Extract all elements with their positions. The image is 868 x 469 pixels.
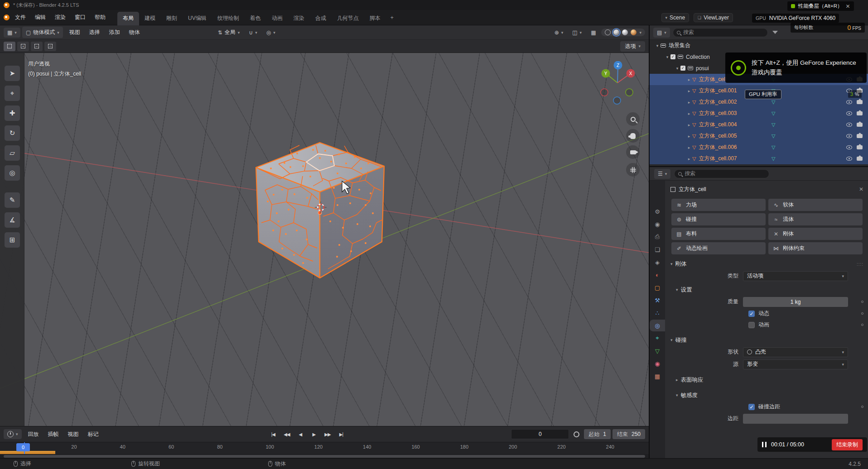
collision-source-dropdown[interactable]: 形变▾ <box>743 359 848 369</box>
rigid-type-dropdown[interactable]: 活动项▾ <box>743 271 848 281</box>
animate-dot[interactable] <box>861 406 863 408</box>
expand-icon[interactable]: ▸ <box>686 134 692 139</box>
hide-viewport-eye-icon[interactable] <box>846 157 852 161</box>
workspace-tab[interactable]: 脚本 <box>364 12 386 25</box>
mode-dropdown[interactable]: ▢ 物体模式▾ <box>22 27 63 38</box>
outliner-editor-type-button[interactable]: ▤▾ <box>653 28 670 38</box>
timeline-menu-item[interactable]: 标记 <box>83 429 103 440</box>
gizmo-neg-y-axis[interactable] <box>626 89 633 96</box>
playback-button[interactable]: ▶| <box>335 429 347 439</box>
workspace-tab[interactable]: 着色 <box>245 12 266 25</box>
tool-button[interactable]: ➤ <box>5 66 20 81</box>
animate-dot[interactable] <box>861 301 863 303</box>
disable-render-camera-icon[interactable] <box>857 123 863 127</box>
properties-tab-object-data-icon[interactable]: ▽ <box>650 345 665 357</box>
surface-response-header[interactable]: ▸表面响应 <box>670 374 863 386</box>
timeline-ruler[interactable]: 020406080100120140160180200220240 0 <box>0 442 649 454</box>
viewlayer-selector[interactable]: ❏ ViewLayer <box>694 13 733 22</box>
properties-tab-physics-icon[interactable]: ◎ <box>650 320 665 331</box>
material-shading-icon[interactable] <box>622 29 628 35</box>
snap-toggle[interactable]: ∪▾ <box>245 28 260 38</box>
collision-margin-checkbox[interactable]: ✓ <box>748 404 755 410</box>
properties-editor-type-button[interactable]: ☰▾ <box>654 169 670 179</box>
collision-shape-dropdown[interactable]: 凸壳▾ <box>743 347 848 357</box>
physics-enable-button[interactable]: ≈ 流体 <box>768 213 863 225</box>
workspace-tab[interactable]: 动画 <box>266 12 288 25</box>
timeline-editor-type-button[interactable]: ▾ <box>4 429 22 439</box>
menu-item[interactable]: 帮助 <box>90 12 110 23</box>
expand-icon[interactable]: ▸ <box>686 89 692 93</box>
disable-render-camera-icon[interactable] <box>857 111 863 115</box>
sensitivity-header[interactable]: ▾敏感度 <box>670 389 863 401</box>
workspace-tab[interactable]: 建模 <box>139 12 161 25</box>
solid-shading-icon[interactable] <box>613 29 619 35</box>
playback-button[interactable]: ▶ <box>308 429 320 439</box>
menu-item[interactable]: 渲染 <box>50 12 70 23</box>
properties-tab-view-layer-icon[interactable]: ❏ <box>650 244 665 255</box>
disable-render-camera-icon[interactable] <box>857 100 863 104</box>
expand-icon[interactable]: ▸ <box>686 145 692 150</box>
viewport-menu-item[interactable]: 添加 <box>105 27 125 38</box>
collection-checkbox[interactable]: ✓ <box>680 66 685 71</box>
menu-item[interactable]: 窗口 <box>70 12 90 23</box>
menu-item[interactable]: 编辑 <box>30 12 50 23</box>
timeline-menu-item[interactable]: 视图 <box>63 429 83 440</box>
workspace-tab[interactable]: 雕刻 <box>161 12 183 25</box>
outliner-row-scene-collection[interactable]: ▾ 场景集合 <box>650 40 868 51</box>
hide-viewport-eye-icon[interactable] <box>846 134 852 138</box>
workspace-tab[interactable]: 渲染 <box>288 12 310 25</box>
expand-icon[interactable]: ▸ <box>686 157 692 161</box>
tool-button[interactable]: ∡ <box>5 212 20 228</box>
physics-enable-button[interactable]: ≋ 力场 <box>671 199 766 211</box>
physics-enable-button[interactable]: ✐ 动态绘画 <box>671 242 766 254</box>
playback-button[interactable]: ◀◀ <box>281 429 293 439</box>
outliner-mesh-row[interactable]: ▸ ▽ 立方体_cell.006 ▽ <box>650 142 868 153</box>
playback-button[interactable]: ▶▶ <box>322 429 333 439</box>
outliner-mesh-row[interactable]: ▸ ▽ 立方体_cell.003 ▽ <box>650 108 868 119</box>
filter-icon[interactable] <box>772 31 778 34</box>
physics-enable-button[interactable]: ⋈ 刚体约束 <box>768 242 863 254</box>
expand-icon[interactable]: ▸ <box>686 111 692 116</box>
collisions-section-header[interactable]: ▾碰撞 <box>670 334 863 346</box>
workspace-tab[interactable]: 合成 <box>310 12 332 25</box>
gizmo-neg-x-axis[interactable] <box>601 89 608 96</box>
select-mode-subtract[interactable]: − <box>31 42 43 51</box>
collection-checkbox[interactable]: ✓ <box>670 54 675 59</box>
physics-enable-button[interactable]: ∿ 软体 <box>768 199 863 211</box>
tool-button[interactable]: ↻ <box>5 125 20 141</box>
zoom-button[interactable] <box>626 112 640 126</box>
properties-tab-particles-icon[interactable]: ∴ <box>650 307 665 319</box>
rendered-shading-icon[interactable] <box>631 29 637 35</box>
expand-icon[interactable]: ▸ <box>686 100 692 105</box>
tool-button[interactable]: ▱ <box>5 145 20 161</box>
gizmo-neg-z-axis[interactable] <box>613 97 621 104</box>
tool-button[interactable]: ◎ <box>5 165 20 181</box>
expand-icon[interactable]: ▸ <box>686 77 692 82</box>
disable-render-camera-icon[interactable] <box>857 145 863 149</box>
properties-tab-render-icon[interactable]: ◉ <box>650 218 665 230</box>
properties-tab-modifiers-icon[interactable]: ⚒ <box>650 294 665 306</box>
xray-toggle[interactable]: ▦ <box>587 28 599 38</box>
playback-button[interactable]: |◀ <box>267 429 279 439</box>
hide-viewport-eye-icon[interactable] <box>846 100 852 104</box>
autokey-toggle[interactable] <box>574 431 579 437</box>
hide-viewport-eye-icon[interactable] <box>846 145 852 149</box>
physics-enable-button[interactable]: ✕ 刚体 <box>768 228 863 240</box>
ortho-toggle-button[interactable] <box>626 163 640 177</box>
tool-options-dropdown[interactable]: 选项▾ <box>620 41 645 52</box>
animated-checkbox[interactable] <box>748 322 755 328</box>
timeline-menu-item[interactable]: 回放 <box>24 429 43 440</box>
overlays-toggle[interactable]: ◫▾ <box>569 28 585 38</box>
hide-viewport-eye-icon[interactable] <box>846 111 852 115</box>
editor-type-button[interactable]: ▦▾ <box>4 28 20 38</box>
camera-view-button[interactable] <box>626 145 640 159</box>
animate-dot[interactable] <box>861 312 863 315</box>
properties-tab-texture-icon[interactable]: ▦ <box>650 370 665 382</box>
playhead[interactable]: 0 <box>16 443 30 451</box>
expand-icon[interactable]: ▾ <box>664 55 670 59</box>
pin-icon[interactable]: ✕ <box>859 186 863 192</box>
add-workspace-button[interactable]: + <box>387 13 397 23</box>
scene-selector[interactable]: ▾ Scene <box>661 13 690 22</box>
outliner-mesh-row[interactable]: ▸ ▽ 立方体_cell.005 ▽ <box>650 130 868 142</box>
outliner-mesh-row[interactable]: ▸ ▽ 立方体_cell.004 ▽ <box>650 119 868 130</box>
